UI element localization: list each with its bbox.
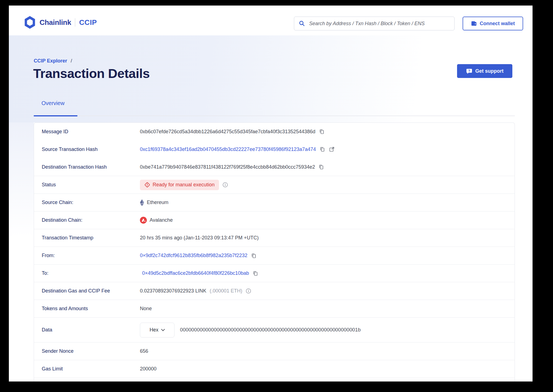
row-partial [34,378,515,381]
info-icon[interactable] [246,288,251,294]
top-header: Chainlink CCIP Connect wallet [9,6,533,35]
row-label: To: [42,270,140,276]
row-status: Status Ready for manual execution [34,176,515,194]
row-destination-transaction-hash: Destination Transaction Hash 0xbe741a779… [34,158,515,176]
breadcrumb-separator: / [71,58,72,64]
support-chat-icon: ? [466,68,473,74]
row-label: From: [42,253,140,258]
tab-overview-active-indicator [34,115,77,116]
row-label: Source Transaction Hash [42,147,140,152]
info-icon[interactable] [222,182,228,188]
ethereum-icon [140,199,144,206]
to-address-link[interactable]: 0×49d5c2bdffac6ce2bfdb6640f4f80f226bc10b… [142,270,249,276]
brand-product: CCIP [79,18,97,27]
chainlink-hexagon-icon [24,16,36,29]
transaction-details-card: Message ID 0xb6c07efde726cd5a34dbb1226a6… [34,122,515,381]
source-transaction-hash-link[interactable]: 0xc1f69378a4c343ef16ad2b0470455db3cd2222… [140,147,316,152]
destination-transaction-hash-value: 0xbe741a779b9407846e837811f438122f769f25… [140,164,315,170]
row-message-id: Message ID 0xb6c07efde726cd5a34dbb1226a6… [34,123,515,140]
search-icon [299,20,305,27]
wallet-icon [471,20,477,27]
breadcrumb: CCIP Explorer / [34,58,72,64]
tokens-value: None [140,306,152,312]
gas-limit-value: 200000 [140,366,156,372]
message-id-value: 0xb6c07efde726cd5a34dbb1226a6d4275c55d34… [140,129,315,135]
row-from: From: 0×9df2c742dfcf9612b835fb6b8f982a23… [34,247,515,264]
row-sender-nonce: Sender Nonce 656 [34,342,515,360]
ccip-explorer-page: Chainlink CCIP Connect wallet [9,6,533,381]
connect-wallet-button[interactable]: Connect wallet [463,17,523,30]
row-source-transaction-hash: Source Transaction Hash 0xc1f69378a4c343… [34,140,515,158]
tab-overview[interactable]: Overview [41,100,64,106]
get-support-label: Get support [475,68,504,74]
destination-chain-value: Avalanche [150,217,173,223]
external-link-icon[interactable] [329,146,335,152]
brand-logo[interactable]: Chainlink CCIP [24,16,97,29]
row-destination-chain: Destination Chain: Avalanche [34,211,515,229]
row-label: Transaction Timestamp [42,235,140,241]
row-source-chain: Source Chain: Ethereum [34,194,515,211]
svg-text:?: ? [468,69,470,73]
get-support-button[interactable]: ? Get support [457,64,512,78]
background-fade [9,122,34,266]
copy-icon[interactable] [252,270,259,276]
copy-icon[interactable] [251,253,257,259]
row-label: Destination Transaction Hash [42,164,140,170]
row-label: Gas Limit [42,366,140,372]
row-label: Data [42,327,140,333]
data-format-selected: Hex [150,327,158,333]
row-label: Sender Nonce [42,348,140,354]
sender-nonce-value: 656 [140,348,148,354]
fee-link-value: 0.023708923076922923 LINK [140,288,206,294]
connect-wallet-label: Connect wallet [480,21,515,27]
row-data: Data Hex 0000000000000000000000000000000… [34,317,515,342]
brand-divider [75,18,75,27]
tabs-baseline [34,116,515,116]
status-badge-label: Ready for manual execution [153,182,215,188]
row-gas-limit: Gas Limit 200000 [34,360,515,378]
avalanche-icon [140,217,147,224]
row-label: Source Chain: [42,200,140,205]
row-label: Tokens and Amounts [42,306,140,312]
brand-name: Chainlink [40,18,71,27]
chevron-down-icon [161,329,165,331]
breadcrumb-ccip-explorer-link[interactable]: CCIP Explorer [34,58,67,64]
copy-icon[interactable] [319,129,325,135]
source-chain-value: Ethereum [147,200,168,205]
from-address-link[interactable]: 0×9df2c742dfcf9612b835fb6b8f982a235b7f22… [140,253,247,258]
row-label: Message ID [42,129,140,135]
row-label: Status [42,182,140,188]
row-destination-gas-fee: Destination Gas and CCIP Fee 0.023708923… [34,282,515,300]
row-label: Destination Gas and CCIP Fee [42,288,140,294]
alert-diamond-icon [144,182,150,188]
fee-eth-value: (.000001 ETH) [210,288,242,294]
search-input[interactable] [309,20,450,27]
copy-icon[interactable] [318,164,324,170]
data-hex-value: 0000000000000000000000000000000000000000… [180,327,361,333]
row-transaction-timestamp: Transaction Timestamp 20 hrs 35 mins ago… [34,229,515,247]
page-title: Transaction Details [33,66,150,81]
row-tokens-and-amounts: Tokens and Amounts None [34,300,515,317]
row-label: Destination Chain: [42,217,140,223]
status-badge: Ready for manual execution [140,180,219,190]
timestamp-value: 20 hrs 35 mins ago (Jan-11-2023 09:13:47… [140,235,259,241]
data-format-dropdown[interactable]: Hex [140,323,174,338]
copy-icon[interactable] [319,146,325,152]
row-to: To: 0×49d5c2bdffac6ce2bfdb6640f4f80f226b… [34,264,515,282]
search-bar[interactable] [294,17,455,30]
